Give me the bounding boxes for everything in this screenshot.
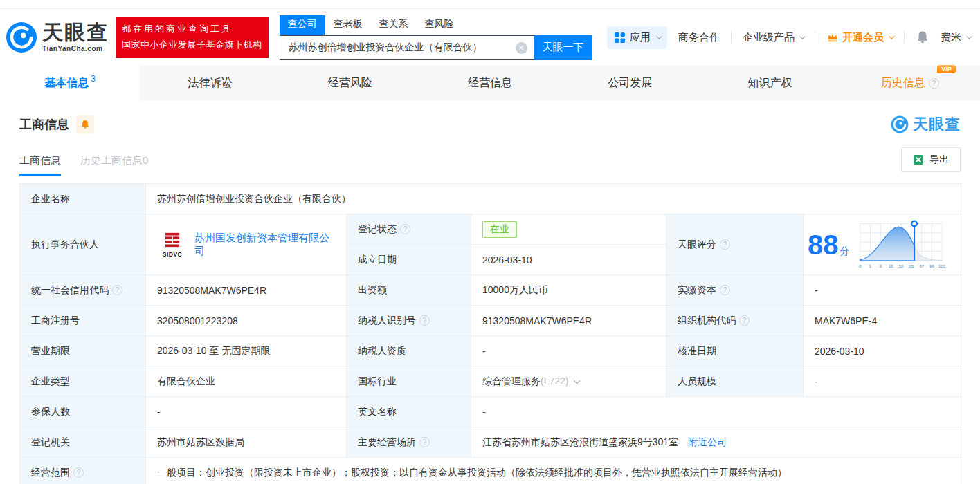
business-info-table: 企业名称 苏州苏创倍增创业投资合伙企业（有限合伙） 执行事务合伙人 SIDVC [19,183,961,484]
logo-text: 天眼查 [42,22,109,43]
table-row: 经营范围? 一般项目：创业投资（限投资未上市企业）；股权投资；以自有资金从事投资… [20,458,961,484]
help-icon[interactable]: ? [929,78,939,89]
svg-text:85: 85 [909,263,914,268]
industry-code: (L722) [541,375,568,387]
svg-text:15: 15 [888,263,893,268]
help-icon[interactable]: ? [739,315,750,326]
reg-number-value: 320508001223208 [146,306,347,336]
svg-text:100: 100 [938,263,945,268]
partner-logo-text: SIDVC [157,251,188,258]
tianyancha-logo[interactable]: 天眼查 TianYanCha.com [6,21,109,53]
expand-industry-icon[interactable] [574,377,581,384]
svg-text:97: 97 [919,263,924,268]
tab-operation-risk[interactable]: 经营风险 [280,66,420,100]
business-info-section: 工商信息 天眼查 工商信息 历史工商信息0 导出 [0,100,980,484]
tab-company-development-label: 公司发展 [608,76,652,91]
monitor-bell-button[interactable] [76,115,94,133]
table-row: 参保人数 - 英文名称 - [20,397,961,427]
open-vip-menu[interactable]: 开通会员 [826,31,893,44]
credit-code-value: 91320508MAK7W6PE4R [146,275,347,306]
tab-basic-info[interactable]: 基本信息 3 [0,66,140,100]
company-tabs: 基本信息 3 法律诉讼 经营风险 经营信息 公司发展 知识产权 历史信息 VIP… [0,66,980,100]
registry-label: 登记机关 [20,427,146,458]
apps-menu[interactable]: 应用 [607,26,667,49]
table-row: 统一社会信用代码? 91320508MAK7W6PE4R 出资额 10000万人… [20,275,961,306]
sidvc-logo-icon [164,232,181,248]
score-marker-pin [911,221,917,226]
score-unit: 分 [840,245,850,257]
tab-intellectual-property[interactable]: 知识产权 [700,66,840,100]
tab-operation-info[interactable]: 经营信息 [420,66,560,100]
partner-company-link[interactable]: 苏州国发创新资本管理有限公司 [194,232,335,258]
help-icon[interactable]: ? [720,285,730,295]
search-tabs: 查公司 查老板 查关系 查风险 [280,15,534,35]
staff-size-label: 人员规模 [666,366,804,397]
business-cooperation-link[interactable]: 商务合作 [678,31,720,44]
search-tab-boss[interactable]: 查老板 [325,15,371,35]
tianyancha-logo-icon [891,115,909,133]
registry-value: 苏州市姑苏区数据局 [146,427,347,458]
chevron-down-icon [889,33,894,39]
vip-badge: VIP [937,65,956,73]
help-icon[interactable]: ? [112,285,122,295]
industry-value: 综合管理服务(L722) [471,366,666,397]
search-tab-risk[interactable]: 查风险 [417,15,462,35]
subtab-history-business-info[interactable]: 历史工商信息0 [80,154,148,176]
tab-history-info[interactable]: 历史信息 VIP ? [840,66,980,100]
watermark-text: 天眼查 [913,114,961,135]
industry-label: 国标行业 [347,366,471,397]
header-nav: 应用 商务合作 企业级产品 开通会员 费米 [607,26,970,49]
export-button[interactable]: 导出 [901,147,961,172]
help-icon[interactable]: ? [73,467,84,478]
help-icon[interactable]: ? [419,315,430,326]
search-tab-relation[interactable]: 查关系 [371,15,417,35]
clear-search-icon[interactable]: ✕ [516,42,527,54]
user-menu[interactable]: 费米 [941,31,970,44]
header: 天眼查 TianYanCha.com 都在用的商业查询工具 国家中小企业发展子基… [0,9,980,66]
capital-value: 10000万人民币 [471,275,666,306]
tab-legal[interactable]: 法律诉讼 [140,66,280,100]
logo-domain: TianYanCha.com [42,45,109,53]
excel-icon [913,154,924,165]
capital-label: 出资额 [347,275,471,306]
slogan-line2: 国家中小企业发展子基金旗下机构 [122,37,262,53]
help-icon[interactable]: ? [400,224,410,234]
tab-basic-info-badge: 3 [91,74,96,84]
search-area: 查公司 查老板 查关系 查风险 ✕ 天眼一下 [280,15,592,60]
business-scope-label: 经营范围? [20,458,146,484]
table-row: 执行事务合伙人 SIDVC 苏州国发创新资本管理有限公司 [20,214,961,245]
notification-bell-icon[interactable] [916,30,929,44]
table-row: 企业类型 有限合伙企业 国标行业 综合管理服务(L722) 人员规模 - [20,366,961,397]
search-input[interactable] [280,35,534,60]
address-value: 江苏省苏州市姑苏区沧浪街道盛家浜9号301室 附近公司 [471,427,961,458]
taxpayer-quality-label: 纳税人资质 [347,336,471,366]
enterprise-products-menu[interactable]: 企业级产品 [743,31,804,44]
subtab-business-info[interactable]: 工商信息 [19,154,61,176]
taxpayer-id-label: 纳税人识别号? [347,306,471,336]
org-code-label: 组织机构代码? [666,306,804,336]
business-term-label: 营业期限 [20,336,146,366]
chevron-down-icon [966,33,972,39]
slogan-line1: 都在用的商业查询工具 [122,21,262,37]
managing-partner-label: 执行事务合伙人 [20,214,146,275]
search-button[interactable]: 天眼一下 [534,35,592,60]
reg-number-label: 工商注册号 [20,306,146,336]
company-type-label: 企业类型 [20,366,146,397]
search-tab-company[interactable]: 查公司 [280,15,325,35]
help-icon[interactable]: ? [720,239,730,250]
help-icon[interactable]: ? [419,437,430,447]
nav-divider [731,31,732,44]
nearby-companies-link[interactable]: 附近公司 [688,436,727,447]
svg-text:50: 50 [898,263,903,268]
chevron-down-icon [656,33,662,39]
tab-operation-info-label: 经营信息 [468,76,512,91]
approval-date-value: 2026-03-10 [804,336,961,366]
username: 费米 [941,31,961,44]
paid-capital-value: - [804,275,961,306]
apps-label: 应用 [630,31,651,44]
company-name-value: 苏州苏创倍增创业投资合伙企业（有限合伙） [146,184,961,214]
tab-company-development[interactable]: 公司发展 [560,66,700,100]
svg-text:99: 99 [929,263,934,268]
enterprise-products-label: 企业级产品 [743,31,795,44]
score-value: 88分 [804,214,961,275]
